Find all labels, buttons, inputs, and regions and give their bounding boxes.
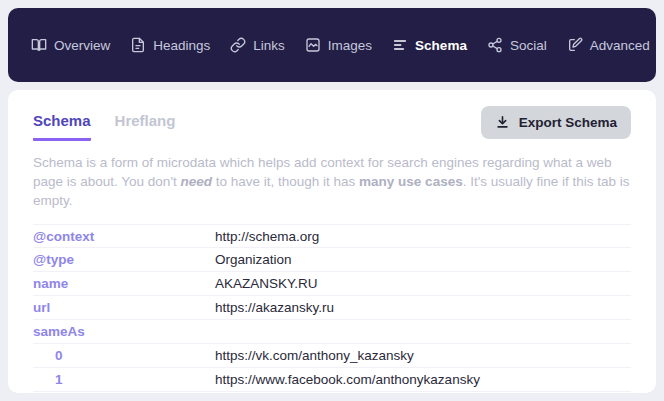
schema-key: sameAs xyxy=(33,324,215,339)
tab-links-label: Links xyxy=(253,38,285,53)
image-icon xyxy=(305,37,321,53)
tab-advanced-label: Advanced xyxy=(590,38,650,53)
schema-value: AKAZANSKY.RU xyxy=(215,276,318,291)
schema-table-row: sameAs xyxy=(33,320,631,344)
schema-key: name xyxy=(33,276,215,291)
download-icon xyxy=(495,115,510,130)
subtab-schema[interactable]: Schema xyxy=(33,106,91,141)
schema-key: @context xyxy=(33,229,215,244)
schema-value: https://akazansky.ru xyxy=(215,300,334,315)
book-open-icon xyxy=(31,37,47,53)
description-strong: many use cases xyxy=(359,174,463,189)
list-lines-icon xyxy=(392,37,408,53)
schema-panel: Schema Hreflang Export Schema Schema is … xyxy=(8,90,656,393)
tab-links[interactable]: Links xyxy=(230,37,285,53)
tab-advanced[interactable]: Advanced xyxy=(567,37,650,53)
schema-description: Schema is a form of microdata which help… xyxy=(33,154,631,211)
tab-images[interactable]: Images xyxy=(305,37,372,53)
file-text-icon xyxy=(130,37,146,53)
tab-social-label: Social xyxy=(510,38,547,53)
schema-value: https://www.facebook.com/anthonykazansky xyxy=(215,372,480,387)
tab-schema-label: Schema xyxy=(415,38,467,53)
schema-key: 1 xyxy=(33,372,215,387)
schema-value: Organization xyxy=(215,252,292,267)
tab-social[interactable]: Social xyxy=(487,37,547,53)
schema-value: http://schema.org xyxy=(215,229,319,244)
schema-table-row: 0 https://vk.com/anthony_kazansky xyxy=(33,344,631,368)
export-schema-label: Export Schema xyxy=(519,115,617,130)
tab-headings[interactable]: Headings xyxy=(130,37,210,53)
tab-headings-label: Headings xyxy=(153,38,210,53)
schema-table-row: name AKAZANSKY.RU xyxy=(33,272,631,296)
description-emphasis: need xyxy=(180,174,212,189)
schema-table-row: @type Organization xyxy=(33,248,631,272)
schema-table-row: url https://akazansky.ru xyxy=(33,296,631,320)
schema-value: https://vk.com/anthony_kazansky xyxy=(215,348,414,363)
panel-tab-row: Schema Hreflang Export Schema xyxy=(33,106,631,141)
tab-overview-label: Overview xyxy=(54,38,110,53)
schema-table: @context http://schema.org @type Organiz… xyxy=(33,224,631,392)
share-icon xyxy=(487,37,503,53)
export-schema-button[interactable]: Export Schema xyxy=(481,106,631,139)
top-navigation-bar: Overview Headings Links xyxy=(8,8,656,82)
schema-table-row: 1 https://www.facebook.com/anthonykazans… xyxy=(33,368,631,392)
subtab-hreflang[interactable]: Hreflang xyxy=(115,106,176,141)
schema-key: url xyxy=(33,300,215,315)
tab-schema[interactable]: Schema xyxy=(392,37,467,53)
schema-key: 0 xyxy=(33,348,215,363)
schema-table-row: @context http://schema.org xyxy=(33,224,631,248)
file-pen-icon xyxy=(567,37,583,53)
tab-images-label: Images xyxy=(328,38,372,53)
link-icon xyxy=(230,37,246,53)
schema-key: @type xyxy=(33,252,215,267)
tab-overview[interactable]: Overview xyxy=(31,37,110,53)
